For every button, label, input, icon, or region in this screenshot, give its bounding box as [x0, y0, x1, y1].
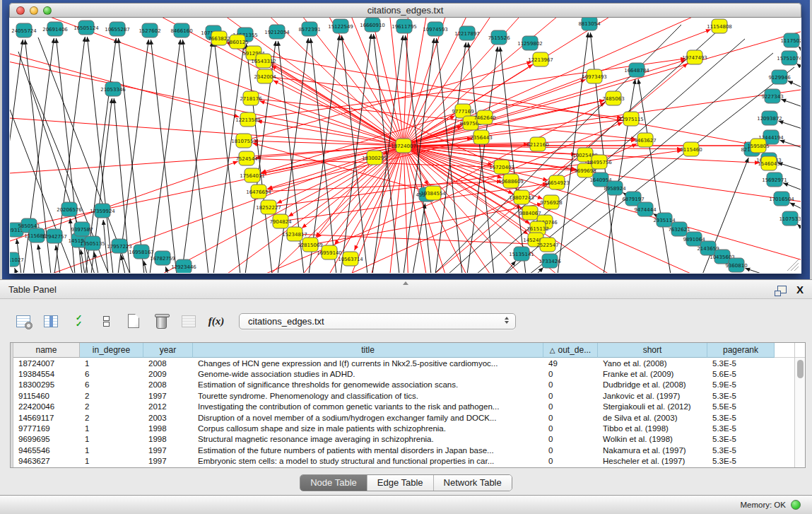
cell-short[interactable]: Jankovic et al. (1997) [598, 390, 707, 401]
table-row[interactable]: 1830029562008Estimation of significance … [13, 380, 805, 390]
close-window-button[interactable] [16, 6, 25, 15]
cell-short[interactable]: Nakamura et al. (1997) [598, 445, 707, 455]
cell-title[interactable]: Tourette syndrome. Phenomenology and cla… [193, 390, 543, 401]
cell-out_de[interactable]: 0 [543, 412, 598, 423]
delete-table-icon[interactable] [152, 313, 170, 329]
cell-year[interactable]: 1998 [143, 434, 193, 445]
cell-short[interactable]: de Silva et al. (2003) [598, 412, 707, 423]
cell-name[interactable]: 19384554 [13, 368, 80, 379]
cell-name[interactable]: 18724007 [13, 358, 80, 368]
cell-title[interactable]: Disruption of a novel member of a sodium… [193, 412, 543, 423]
cell-name[interactable]: 14569117 [13, 412, 80, 423]
cell-title[interactable]: Estimation of the future numbers of pati… [193, 445, 543, 455]
cell-in_degree[interactable]: 2 [80, 390, 143, 401]
table-select-dropdown[interactable]: citations_edges.txt [239, 313, 516, 329]
network-graph[interactable]: 1872400724055724206914061650512410655287… [10, 18, 801, 273]
cell-year[interactable]: 2009 [143, 368, 193, 379]
cell-pagerank[interactable]: 5.3E-5 [707, 445, 775, 455]
cell-name[interactable]: 22420046 [13, 402, 80, 412]
cell-in_degree[interactable]: 2 [80, 402, 143, 412]
cell-short[interactable]: Franke et al. (2009) [598, 368, 707, 379]
cell-year[interactable]: 2012 [143, 402, 193, 412]
cell-name[interactable]: 9115460 [13, 390, 80, 401]
cell-pagerank[interactable]: 5.3E-5 [707, 456, 775, 467]
cell-pagerank[interactable]: 5.6E-5 [707, 368, 775, 379]
column-header-in_degree[interactable]: in_degree [80, 343, 143, 358]
cell-out_de[interactable]: 0 [543, 434, 598, 445]
cell-pagerank[interactable]: 5.9E-5 [707, 380, 775, 390]
table-settings-icon[interactable] [14, 313, 33, 329]
cell-pagerank[interactable]: 5.3E-5 [707, 358, 775, 368]
cell-title[interactable]: Embryonic stem cells: a model to study s… [193, 456, 543, 467]
cell-pagerank[interactable]: 5.3E-5 [707, 390, 775, 401]
cell-year[interactable]: 1997 [143, 445, 193, 455]
cell-in_degree[interactable]: 1 [80, 423, 143, 433]
cell-out_de[interactable]: 0 [543, 402, 598, 412]
cell-short[interactable]: Tibbo et al. (1998) [598, 423, 707, 433]
cell-in_degree[interactable]: 6 [80, 368, 143, 379]
cell-out_de[interactable]: 0 [543, 390, 598, 401]
cell-in_degree[interactable]: 6 [80, 380, 143, 390]
cell-year[interactable]: 2008 [143, 380, 193, 390]
splitter-collapse-icon[interactable] [403, 281, 408, 285]
cell-title[interactable]: Investigating the contribution of common… [193, 402, 543, 412]
cell-title[interactable]: Corpus callosum shape and size in male p… [193, 423, 543, 433]
network-view-window[interactable]: citations_edges.txt 18724007240557242069… [9, 3, 801, 274]
column-visibility-icon[interactable] [42, 313, 60, 329]
cell-in_degree[interactable]: 2 [80, 412, 143, 423]
cell-name[interactable]: 18300295 [13, 380, 80, 390]
column-header-short[interactable]: short [598, 343, 707, 358]
table-scrollbar[interactable] [794, 343, 805, 467]
cell-title[interactable]: Changes of HCN gene expression and I(f) … [193, 358, 543, 368]
table-row[interactable]: 1938455462009Genome-wide association stu… [13, 368, 805, 379]
tab-node-table[interactable]: Node Table [300, 475, 367, 491]
toggle-rows-icon[interactable] [97, 313, 115, 329]
cell-short[interactable]: Stergiakouli et al. (2012) [598, 402, 707, 412]
network-canvas[interactable]: 1872400724055724206914061650512410655287… [10, 18, 801, 273]
cell-short[interactable]: Hescheler et al. (1997) [598, 456, 707, 467]
table-row[interactable]: 1872400712008Changes of HCN gene express… [13, 358, 805, 368]
cell-year[interactable]: 1997 [143, 456, 193, 467]
table-row[interactable]: 911546021997Tourette syndrome. Phenomeno… [13, 390, 805, 401]
table-row[interactable]: 969969511998Structural magnetic resonanc… [13, 434, 805, 445]
zoom-window-button[interactable] [43, 6, 52, 15]
tab-network-table[interactable]: Network Table [434, 475, 512, 491]
column-header-out_de[interactable]: △out_de... [543, 343, 598, 358]
cell-short[interactable]: Dudbridge et al. (2008) [598, 380, 707, 390]
table-row[interactable]: 946362711997Embryonic stem cells: a mode… [13, 456, 805, 467]
column-header-title[interactable]: title [193, 343, 543, 358]
table-row[interactable]: 946554611997Estimation of the future num… [13, 445, 805, 455]
cell-in_degree[interactable]: 1 [80, 445, 143, 455]
function-builder-icon[interactable]: f(x) [207, 313, 225, 329]
window-titlebar[interactable]: citations_edges.txt [9, 3, 801, 18]
column-header-year[interactable]: year [143, 343, 193, 358]
cell-out_de[interactable]: 0 [543, 423, 598, 433]
cell-short[interactable]: Wolkin et al. (1998) [598, 434, 707, 445]
table-row[interactable]: 1456911722003Disruption of a novel membe… [13, 412, 805, 423]
cell-name[interactable]: 9465546 [13, 445, 80, 455]
cell-name[interactable]: 9699695 [13, 434, 80, 445]
cell-in_degree[interactable]: 1 [80, 434, 143, 445]
table-row[interactable]: 977716911998Corpus callosum shape and si… [13, 423, 805, 433]
new-table-icon[interactable] [124, 313, 143, 329]
cell-out_de[interactable]: 0 [543, 368, 598, 379]
cell-name[interactable]: 9463627 [13, 456, 80, 467]
cell-in_degree[interactable]: 1 [80, 358, 143, 368]
cell-short[interactable]: Yano et al. (2008) [598, 358, 707, 368]
column-header-pagerank[interactable]: pagerank [707, 343, 775, 358]
cell-out_de[interactable]: 0 [543, 445, 598, 455]
tab-edge-table[interactable]: Edge Table [367, 475, 434, 491]
cell-year[interactable]: 2003 [143, 412, 193, 423]
cell-pagerank[interactable]: 5.5E-5 [707, 402, 775, 412]
table-row[interactable]: 2242004622012Investigating the contribut… [13, 402, 805, 412]
row-selection-icon[interactable]: ✓✓ [69, 313, 88, 329]
cell-out_de[interactable]: 49 [543, 358, 598, 368]
cell-pagerank[interactable]: 5.3E-5 [707, 412, 775, 423]
close-panel-icon[interactable]: X [796, 284, 804, 295]
cell-in_degree[interactable]: 1 [80, 456, 143, 467]
cell-pagerank[interactable]: 5.3E-5 [707, 434, 775, 445]
scrollbar-thumb[interactable] [797, 360, 804, 378]
cell-out_de[interactable]: 0 [543, 380, 598, 390]
cell-title[interactable]: Estimation of significance thresholds fo… [193, 380, 543, 390]
import-table-icon[interactable] [180, 313, 198, 329]
